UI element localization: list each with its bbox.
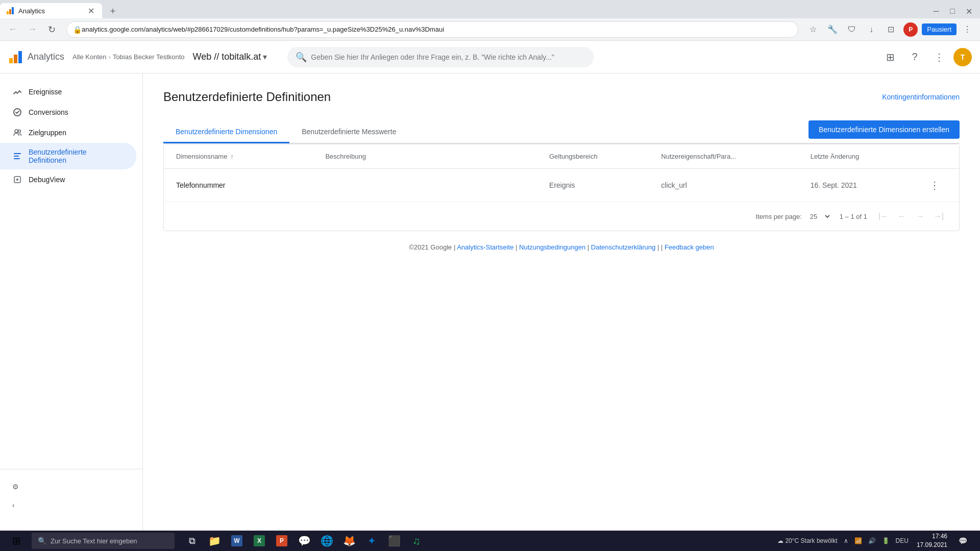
taskbar-word[interactable]: W	[227, 531, 247, 550]
footer-feedback-link[interactable]: Feedback geben	[665, 243, 714, 251]
browser-frame: Analytics ✕ + ─ □ ✕ ← → ↻ 🔒 analytics.go…	[0, 0, 980, 551]
items-per-page: Items per page: 25 50 100	[755, 210, 831, 223]
items-per-page-select[interactable]: 25 50 100	[806, 210, 831, 223]
svg-point-13	[16, 179, 18, 181]
sidebar-item-conversions[interactable]: Conversions	[0, 102, 136, 122]
footer-analytics-startseite-link[interactable]: Analytics-Startseite	[457, 243, 513, 251]
taskbar-powerpoint[interactable]: P	[272, 531, 292, 550]
apps-icon-button[interactable]: ⊞	[880, 47, 900, 67]
sidebar-settings-button[interactable]: ⚙	[0, 478, 142, 496]
date-display: 17.09.2021	[917, 541, 947, 549]
create-dimension-button[interactable]: Benutzerdefinierte Dimensionen erstellen	[808, 120, 960, 139]
taskbar-task-view[interactable]: ⧉	[182, 531, 202, 550]
url-text: analytics.google.com/analytics/web/#p286…	[82, 26, 444, 33]
windows-start-button[interactable]: ⊞	[4, 531, 29, 551]
taskbar-search[interactable]: 🔍 Zur Suche Text hier eingeben	[32, 533, 175, 549]
col-header-beschreibung: Beschreibung	[325, 153, 549, 160]
taskbar-terminal[interactable]: ⬛	[384, 531, 404, 550]
next-page-button[interactable]: →	[912, 208, 928, 224]
close-button[interactable]: ✕	[962, 4, 976, 18]
save-icon[interactable]: ⊡	[882, 21, 899, 38]
terminal-icon: ⬛	[388, 535, 401, 547]
back-button[interactable]: ←	[4, 21, 21, 38]
prev-page-button[interactable]: ←	[894, 208, 910, 224]
table-row: Telefonnummer Ereignis click_url 16. Sep…	[164, 169, 959, 202]
svg-rect-5	[18, 51, 22, 63]
svg-rect-4	[14, 55, 17, 63]
last-page-button[interactable]: →|	[930, 208, 947, 224]
page-content: Benutzerdefinierte Definitionen Kontinge…	[143, 73, 980, 280]
tab-benutzerdefinierte-dimensionen[interactable]: Benutzerdefinierte Dimensionen	[163, 121, 289, 143]
extension-icon[interactable]: 🔧	[824, 21, 841, 38]
tab-close-button[interactable]: ✕	[86, 6, 96, 16]
header-actions: ⊞ ? ⋮ T	[880, 47, 972, 67]
taskbar-excel[interactable]: X	[249, 531, 270, 550]
taskbar-spotify[interactable]: ♫	[406, 531, 427, 550]
user-avatar[interactable]: T	[953, 48, 972, 66]
app-container: Analytics Alle Konten › Tobias Becker Te…	[0, 41, 980, 531]
shield-icon[interactable]: 🛡	[843, 21, 861, 38]
row-more-options-button[interactable]: ⋮	[926, 177, 943, 193]
download-icon[interactable]: ↓	[863, 21, 880, 38]
quota-link[interactable]: Kontingentinformationen	[882, 93, 960, 101]
sidebar-item-zielgruppen[interactable]: Zielgruppen	[0, 122, 136, 143]
weather-icon: ☁	[777, 537, 783, 544]
browser-tab-active[interactable]: Analytics ✕	[0, 3, 102, 18]
reload-button[interactable]: ↻	[43, 21, 60, 38]
teams-icon: 💬	[298, 535, 311, 547]
property-selector[interactable]: Web // tobitalk.at ▾	[193, 52, 267, 62]
weather-text: 20°C Stark bewölkt	[785, 537, 837, 544]
minimize-button[interactable]: ─	[929, 4, 943, 18]
taskbar-firefox[interactable]: 🦊	[339, 531, 359, 550]
sidebar-item-ereignisse[interactable]: Ereignisse	[0, 82, 136, 102]
sidebar-item-debugview[interactable]: DebugView	[0, 169, 136, 190]
tab-benutzerdefinierte-messwerte[interactable]: Benutzerdefinierte Messwerte	[289, 121, 408, 143]
taskbar-teams[interactable]: 💬	[294, 531, 314, 550]
app-title-text: Analytics	[28, 52, 64, 62]
tray-show-hidden[interactable]: ∧	[842, 536, 850, 545]
forward-button[interactable]: →	[23, 21, 41, 38]
header-search[interactable]: 🔍	[287, 47, 594, 67]
sidebar-bottom: ⚙ ‹	[0, 469, 142, 522]
page-navigation: |← ← → →|	[875, 208, 947, 224]
search-input[interactable]	[311, 53, 585, 61]
tray-volume-icon[interactable]: 🔊	[866, 536, 878, 545]
maximize-button[interactable]: □	[945, 4, 960, 18]
col-header-dimensionsname[interactable]: Dimensionsname ↑	[176, 153, 325, 160]
footer-datenschutz-link[interactable]: Datenschutzerklärung	[591, 243, 655, 251]
tray-battery-icon[interactable]: 🔋	[880, 536, 892, 545]
taskbar-notification-button[interactable]: 💬	[953, 531, 972, 550]
zielgruppen-icon	[12, 128, 22, 138]
tray-weather[interactable]: ☁ 20°C Stark bewölkt	[775, 536, 840, 545]
help-icon-button[interactable]: ?	[904, 47, 925, 67]
breadcrumb-all-accounts[interactable]: Alle Konten	[72, 53, 107, 61]
address-bar[interactable]: 🔒 analytics.google.com/analytics/web/#p2…	[66, 21, 798, 38]
page-title: Benutzerdefinierte Definitionen	[163, 90, 331, 104]
taskbar-vscode[interactable]: ✦	[361, 531, 382, 550]
more-options-icon-button[interactable]: ⋮	[929, 47, 949, 67]
tray-language[interactable]: DEU	[894, 536, 911, 545]
tab-bar: Analytics ✕ + ─ □ ✕	[0, 0, 980, 18]
firefox-icon: 🦊	[343, 535, 356, 547]
tray-network-icon[interactable]: 📶	[852, 536, 864, 545]
breadcrumb-account-name[interactable]: Tobias Becker Testkonto	[113, 53, 185, 61]
sidebar-item-debugview-label: DebugView	[29, 176, 65, 184]
svg-rect-2	[12, 7, 14, 14]
nav-icons: ☆ 🔧 🛡 ↓ ⊡ P Pausiert ⋮	[804, 21, 976, 38]
first-page-button[interactable]: |←	[875, 208, 892, 224]
taskbar-file-explorer[interactable]: 📁	[204, 531, 225, 550]
pausiert-button[interactable]: Pausiert	[922, 23, 957, 35]
page-header: Benutzerdefinierte Definitionen Kontinge…	[163, 90, 960, 104]
new-tab-button[interactable]: +	[104, 4, 121, 18]
sidebar-item-benutzerdefinierte-definitionen[interactable]: Benutzerdefinierte Definitionen	[0, 143, 136, 169]
bookmark-star-icon[interactable]: ☆	[804, 21, 822, 38]
app-header: Analytics Alle Konten › Tobias Becker Te…	[0, 41, 980, 73]
sidebar-collapse-button[interactable]: ‹	[0, 496, 142, 514]
menu-button[interactable]: ⋮	[959, 21, 976, 38]
taskbar-chrome[interactable]: 🌐	[316, 531, 337, 550]
footer-nutzungsbedingungen-link[interactable]: Nutzungsbedingungen	[519, 243, 585, 251]
cell-dimensionsname: Telefonnummer	[176, 181, 325, 189]
taskbar-time[interactable]: 17:46 17.09.2021	[913, 532, 951, 549]
property-dropdown-icon: ▾	[263, 52, 267, 62]
profile-button[interactable]: P	[903, 22, 918, 37]
